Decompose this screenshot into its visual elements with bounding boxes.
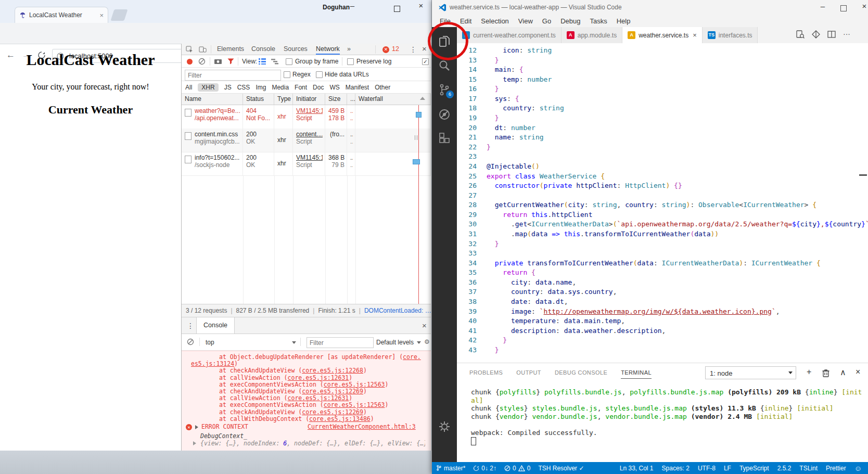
clear-icon[interactable] <box>198 58 206 65</box>
tsh-resolver-status[interactable]: TSH Resolver ✓ <box>538 465 584 472</box>
terminal-output[interactable]: chunk {polyfills} polyfills.bundle.js, p… <box>471 388 863 445</box>
request-filter-ws[interactable]: WS <box>329 84 339 91</box>
devtools-tab-elements[interactable]: Elements <box>217 45 244 53</box>
browser-minimize-button[interactable]: – <box>344 1 360 10</box>
console-context-select[interactable]: top <box>206 339 214 346</box>
panel-tab-debug-console[interactable]: DEBUG CONSOLE <box>555 369 607 379</box>
hide-data-urls-checkbox[interactable] <box>316 71 323 78</box>
column-header[interactable]: Type <box>274 94 293 105</box>
console-settings-gear-icon[interactable]: ⚙ <box>424 338 430 345</box>
git-branch-status[interactable]: master* <box>436 465 465 472</box>
drawer-menu-icon[interactable]: ⋮ <box>187 322 194 330</box>
extensions-icon[interactable] <box>438 132 451 145</box>
sync-status[interactable]: 0↓ 2↑ <box>473 465 496 472</box>
menu-debug[interactable]: Debug <box>556 17 585 25</box>
panel-tab-problems[interactable]: PROBLEMS <box>469 369 503 379</box>
filter-funnel-icon[interactable] <box>227 58 234 65</box>
large-rows-view-icon[interactable] <box>259 58 266 65</box>
open-preview-icon[interactable] <box>796 30 805 39</box>
menu-help[interactable]: Help <box>612 17 635 25</box>
feedback-smiley-icon[interactable]: ☺ <box>854 464 862 472</box>
device-toolbar-icon[interactable] <box>199 46 207 53</box>
network-request-row[interactable]: info?t=150602.../sockjs-node200OKxhrVM11… <box>182 152 431 176</box>
request-filter-img[interactable]: Img <box>256 84 266 91</box>
source-link[interactable]: core.es5.js:12631 <box>288 394 349 402</box>
console-error-count[interactable]: 12 <box>392 45 399 53</box>
devtools-close-icon[interactable]: × <box>422 44 427 53</box>
column-header[interactable]: ... <box>347 94 355 105</box>
network-filter-input[interactable] <box>185 70 281 81</box>
request-filter-all[interactable]: All <box>185 84 192 91</box>
error-context-source-link[interactable]: CurrentWeatherComponent.html:3 <box>308 423 416 430</box>
drawer-close-icon[interactable]: × <box>422 321 427 330</box>
record-icon[interactable] <box>187 59 193 65</box>
debug-icon[interactable] <box>438 108 451 121</box>
network-request-row[interactable]: weather?q=Be.../api.openweat...404Not Fo… <box>182 105 431 129</box>
console-error-badge-icon[interactable]: ✕ <box>382 46 389 53</box>
column-header[interactable]: Size <box>325 94 347 105</box>
devtools-menu-icon[interactable]: ⋮ <box>410 45 417 54</box>
request-filter-xhr[interactable]: XHR <box>198 83 218 92</box>
more-tabs-icon[interactable]: » <box>347 45 351 53</box>
browser-close-button[interactable]: × <box>413 1 429 10</box>
search-icon[interactable] <box>438 59 451 72</box>
vscode-close-button[interactable]: × <box>857 2 868 10</box>
debug-context-label[interactable]: DebugContext_ <box>200 432 247 440</box>
menu-go[interactable]: Go <box>538 17 556 25</box>
console-levels-select[interactable]: Default levels <box>376 339 414 346</box>
editor-tab[interactable]: Aapp.module.ts <box>561 27 622 43</box>
editor-tab[interactable]: Acurrent-weather.component.ts <box>457 27 561 43</box>
expand-icon[interactable] <box>195 425 198 429</box>
maximize-panel-icon[interactable]: ∧ <box>840 367 846 377</box>
devtools-tab-network[interactable]: Network <box>316 45 340 55</box>
source-link[interactable]: core.es5.js:12269 <box>302 408 363 416</box>
source-link[interactable]: core.es5.js:13486 <box>309 415 371 422</box>
code-editor[interactable]: 1213141516171819202122232425262728293031… <box>457 43 868 363</box>
devtools-tab-sources[interactable]: Sources <box>284 45 308 53</box>
menu-selection[interactable]: Selection <box>476 17 513 25</box>
request-filter-doc[interactable]: Doc <box>313 84 324 91</box>
source-link[interactable]: core.es5.js:12563 <box>324 381 385 388</box>
split-editor-icon[interactable] <box>812 30 820 39</box>
status-item[interactable]: Spaces: 2 <box>662 465 690 472</box>
kill-terminal-icon[interactable] <box>822 369 829 377</box>
request-filter-font[interactable]: Font <box>295 84 307 91</box>
panel-tab-output[interactable]: OUTPUT <box>516 369 541 379</box>
network-request-row[interactable]: content.min.cssmgijmajocgfcb...200OKxhrc… <box>182 129 431 152</box>
editor-tab[interactable]: TSinterfaces.ts <box>703 27 758 43</box>
settings-gear-icon[interactable] <box>438 420 451 433</box>
scroll-up-icon[interactable] <box>420 97 425 100</box>
regex-checkbox[interactable] <box>284 71 290 78</box>
object-preview[interactable]: {view: {…}, nodeIndex: 6, nodeDef: {…}, … <box>200 440 425 447</box>
source-link[interactable]: core.es5.js:12563 <box>324 401 385 408</box>
column-header[interactable]: Name <box>182 94 243 105</box>
inspect-element-icon[interactable] <box>186 46 193 53</box>
browser-maximize-button[interactable] <box>394 6 400 12</box>
group-by-frame-checkbox[interactable] <box>286 58 292 65</box>
source-link[interactable]: core.es5.js:12269 <box>302 388 363 395</box>
source-link[interactable]: core.es5.js:12268 <box>302 367 363 374</box>
close-panel-icon[interactable]: × <box>856 367 860 377</box>
status-item[interactable]: 2.5.2 <box>777 465 792 472</box>
source-link[interactable]: es5.js:13124 <box>191 360 234 367</box>
status-item[interactable]: TypeScript <box>739 465 769 472</box>
console-filter-input[interactable] <box>307 337 374 348</box>
expand-icon[interactable] <box>193 441 196 445</box>
panel-tab-terminal[interactable]: TERMINAL <box>621 369 652 379</box>
vscode-maximize-button[interactable] <box>840 5 847 11</box>
preserve-log-checkbox[interactable] <box>347 58 354 65</box>
new-tab-button[interactable] <box>110 9 127 21</box>
menu-view[interactable]: View <box>514 17 538 25</box>
request-filter-media[interactable]: Media <box>272 84 289 91</box>
disable-cache-checkbox[interactable]: ✓ <box>422 58 429 65</box>
request-filter-js[interactable]: JS <box>224 84 232 91</box>
request-filter-other[interactable]: Other <box>375 84 390 91</box>
scrollbar-thumb[interactable] <box>859 174 867 176</box>
waterfall-view-icon[interactable] <box>271 58 278 65</box>
menu-edit[interactable]: Edit <box>455 17 476 25</box>
tab-close-icon[interactable]: × <box>693 31 697 39</box>
console-clear-icon[interactable] <box>187 338 194 345</box>
source-link[interactable]: core.es5.js:12631 <box>288 374 349 381</box>
tab-close-icon[interactable]: × <box>99 11 104 19</box>
terminal-select-dropdown-icon[interactable] <box>788 371 793 374</box>
